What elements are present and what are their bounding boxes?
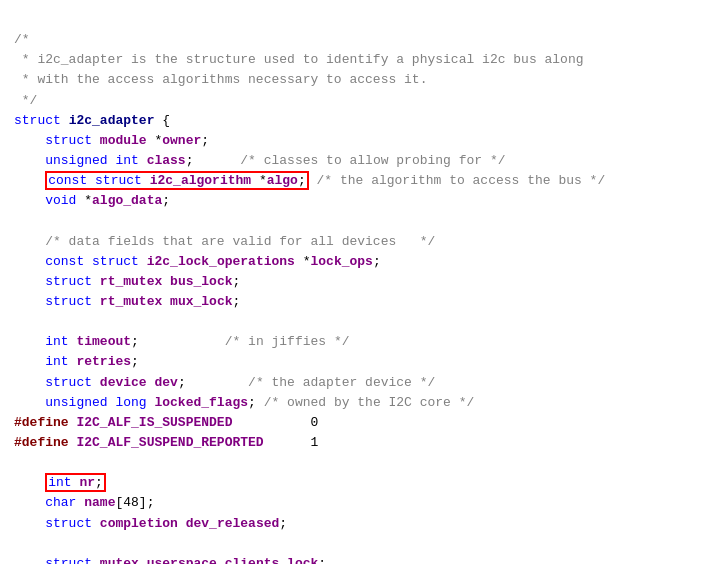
fn-retries: retries: [76, 354, 131, 369]
kw-struct: struct: [95, 173, 142, 188]
define-val-1: 0: [310, 415, 318, 430]
fn-bus-lock: bus_lock: [170, 274, 232, 289]
fn-name: name: [84, 495, 115, 510]
fn-dev: dev: [154, 375, 177, 390]
kw-char: char: [45, 495, 76, 510]
kw-unsigned-long: unsigned long: [45, 395, 146, 410]
comment-class: /* classes to allow probing for */: [240, 153, 505, 168]
kw2: unsigned int: [45, 153, 139, 168]
fn-rt-mutex2: rt_mutex: [100, 294, 162, 309]
highlighted-nr: int nr;: [45, 473, 106, 492]
highlighted-algo: const struct i2c_algorithm *algo;: [45, 171, 309, 190]
code-display: /* * i2c_adapter is the structure used t…: [14, 10, 696, 564]
kw1: struct: [45, 133, 92, 148]
kw-struct4: struct: [45, 294, 92, 309]
comment-adapter-dev: /* the adapter device */: [248, 375, 435, 390]
kw-void: void: [45, 193, 76, 208]
fn-locked-flags: locked_flags: [154, 395, 248, 410]
fn-algo-data: algo_data: [92, 193, 162, 208]
fn-class: class: [147, 153, 186, 168]
kw-struct6: struct: [45, 516, 92, 531]
comment-i2c-core: /* owned by the I2C core */: [264, 395, 475, 410]
define-2: #define: [14, 435, 69, 450]
fn-owner: owner: [162, 133, 201, 148]
fn-lock-ops: lock_ops: [311, 254, 373, 269]
struct-name: i2c_adapter: [69, 113, 155, 128]
define-val-2: 1: [310, 435, 318, 450]
define-name-1: I2C_ALF_IS_SUSPENDED: [76, 415, 232, 430]
define-1: #define: [14, 415, 69, 430]
fn-nr: nr: [79, 475, 95, 490]
kw-int1: int: [45, 334, 68, 349]
kw-const: const: [48, 173, 87, 188]
fn-dev-released: dev_released: [186, 516, 280, 531]
kw-struct5: struct: [45, 375, 92, 390]
fn-mutex-type: mutex: [100, 556, 139, 564]
fn-module: module: [100, 133, 147, 148]
fn-device-type: device: [100, 375, 147, 390]
comment-jiffies: /* in jiffies */: [225, 334, 350, 349]
fn-timeout: timeout: [76, 334, 131, 349]
fn-mux-lock: mux_lock: [170, 294, 232, 309]
struct-keyword: struct: [14, 113, 61, 128]
fn-algo: algo: [267, 173, 298, 188]
comment-algo: /* the algorithm to access the bus */: [317, 173, 606, 188]
fn-completion-type: completion: [100, 516, 178, 531]
fn-lock-ops-type: i2c_lock_operations: [147, 254, 295, 269]
fn-userspace-lock: userspace_clients_lock: [147, 556, 319, 564]
comment-data-fields: /* data fields that are valid for all de…: [45, 234, 435, 249]
kw-struct2: struct: [92, 254, 139, 269]
kw-struct7: struct: [45, 556, 92, 564]
fn-i2c-algo: i2c_algorithm: [150, 173, 251, 188]
kw-int3: int: [48, 475, 71, 490]
fn-rt-mutex: rt_mutex: [100, 274, 162, 289]
kw-const2: const: [45, 254, 84, 269]
comment-line-1: /* * i2c_adapter is the structure used t…: [14, 32, 584, 107]
kw-struct3: struct: [45, 274, 92, 289]
kw-int2: int: [45, 354, 68, 369]
define-name-2: I2C_ALF_SUSPEND_REPORTED: [76, 435, 263, 450]
